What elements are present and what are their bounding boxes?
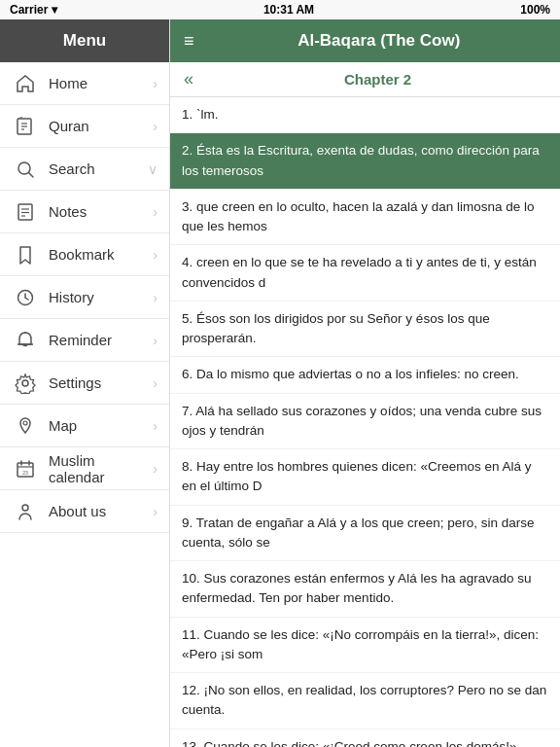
chevron-icon: › bbox=[153, 76, 158, 91]
status-bar: Carrier ▾ 10:31 AM 100% bbox=[0, 0, 560, 19]
verse-item[interactable]: 6. Da lo mismo que adviertas o no a los … bbox=[170, 357, 560, 393]
calendar-icon: 23 bbox=[12, 455, 39, 482]
reminder-icon bbox=[12, 327, 39, 354]
sidebar-item-muslim-calendar[interactable]: 23 Muslim calendar › bbox=[0, 447, 169, 490]
chevron-down-icon: ∨ bbox=[148, 161, 158, 177]
sidebar-item-reminder-label: Reminder bbox=[49, 332, 153, 348]
chevron-icon: › bbox=[153, 333, 158, 348]
sidebar-item-muslim-calendar-label: Muslim calendar bbox=[49, 452, 153, 485]
sidebar-header: Menu bbox=[0, 19, 169, 62]
sidebar-items-list: Home › Quran › bbox=[0, 62, 169, 747]
verse-item[interactable]: 8. Hay entre los hombres quienes dicen: … bbox=[170, 449, 560, 506]
history-icon bbox=[12, 284, 39, 311]
svg-point-20 bbox=[22, 505, 28, 511]
chevron-icon: › bbox=[153, 504, 158, 519]
content-header-title: Al-Baqara (The Cow) bbox=[208, 31, 550, 51]
chevron-icon: › bbox=[153, 204, 158, 220]
verse-item[interactable]: 13. Cuando se les dice: «¡Creed como cre… bbox=[170, 729, 560, 748]
chevron-icon: › bbox=[153, 461, 158, 477]
sidebar-item-reminder[interactable]: Reminder › bbox=[0, 319, 169, 362]
verse-item[interactable]: 1. `lm. bbox=[170, 97, 560, 133]
chapter-header: « Chapter 2 bbox=[170, 62, 560, 97]
verse-item[interactable]: 10. Sus corazones están enfermos y Alá l… bbox=[170, 561, 560, 618]
sidebar-item-settings[interactable]: Settings › bbox=[0, 362, 169, 405]
notes-icon bbox=[12, 198, 39, 226]
time-label: 10:31 AM bbox=[263, 3, 314, 17]
svg-point-13 bbox=[22, 380, 28, 386]
quran-icon bbox=[12, 113, 39, 140]
sidebar-item-quran[interactable]: Quran › bbox=[0, 105, 169, 148]
sidebar-item-map-label: Map bbox=[49, 417, 153, 434]
battery-label: 100% bbox=[520, 3, 550, 17]
chevron-icon: › bbox=[153, 119, 158, 134]
verse-item[interactable]: 12. ¡No son ellos, en realidad, los corr… bbox=[170, 673, 560, 729]
sidebar-item-home[interactable]: Home › bbox=[0, 62, 169, 105]
hamburger-button[interactable]: ≡ bbox=[180, 27, 198, 55]
search-icon bbox=[12, 156, 39, 183]
sidebar-item-bookmark-label: Bookmark bbox=[49, 246, 153, 263]
sidebar-item-search[interactable]: Search ∨ bbox=[0, 148, 169, 191]
sidebar-item-search-label: Search bbox=[49, 160, 148, 177]
about-icon bbox=[12, 498, 39, 525]
chevron-icon: › bbox=[153, 375, 158, 391]
svg-line-5 bbox=[29, 172, 34, 177]
sidebar-item-bookmark[interactable]: Bookmark › bbox=[0, 233, 169, 276]
carrier-label: Carrier ▾ bbox=[10, 3, 57, 17]
settings-icon bbox=[12, 370, 39, 397]
verse-item[interactable]: 7. Alá ha sellado sus corazones y oídos;… bbox=[170, 394, 560, 450]
sidebar-item-map[interactable]: Map › bbox=[0, 405, 169, 447]
verse-item[interactable]: 5. Ésos son los dirigidos por su Señor y… bbox=[170, 302, 560, 358]
content-area: ≡ Al-Baqara (The Cow) « Chapter 2 1. `lm… bbox=[170, 19, 560, 747]
app-container: Menu Home › bbox=[0, 19, 560, 747]
sidebar-item-about-us-label: About us bbox=[49, 503, 153, 519]
content-header: ≡ Al-Baqara (The Cow) bbox=[170, 19, 560, 62]
sidebar-item-history-label: History bbox=[49, 289, 153, 305]
verses-container[interactable]: 1. `lm.2. Ésta es la Escritura, exenta d… bbox=[170, 97, 560, 747]
chevron-icon: › bbox=[153, 290, 158, 305]
svg-text:23: 23 bbox=[22, 470, 28, 476]
verse-item[interactable]: 2. Ésta es la Escritura, exenta de dudas… bbox=[170, 133, 560, 190]
sidebar-item-notes[interactable]: Notes › bbox=[0, 191, 169, 233]
sidebar-item-about-us[interactable]: About us › bbox=[0, 490, 169, 533]
sidebar-item-quran-label: Quran bbox=[49, 118, 153, 134]
sidebar-title: Menu bbox=[63, 31, 106, 51]
verse-item[interactable]: 3. que creen en lo oculto, hacen la azal… bbox=[170, 190, 560, 246]
chevron-icon: › bbox=[153, 418, 158, 434]
map-icon bbox=[12, 412, 39, 440]
chevron-icon: › bbox=[153, 247, 158, 263]
bookmark-icon bbox=[12, 241, 39, 268]
verse-item[interactable]: 9. Tratan de engañar a Alá y a los que c… bbox=[170, 506, 560, 562]
sidebar-item-settings-label: Settings bbox=[49, 374, 153, 391]
sidebar-item-history[interactable]: History › bbox=[0, 276, 169, 319]
verse-item[interactable]: 4. creen en lo que se te ha revelado a t… bbox=[170, 245, 560, 302]
sidebar-item-home-label: Home bbox=[49, 75, 153, 91]
sidebar-item-notes-label: Notes bbox=[49, 203, 153, 220]
chapter-title: Chapter 2 bbox=[205, 71, 550, 88]
sidebar: Menu Home › bbox=[0, 19, 170, 747]
back-button[interactable]: « bbox=[180, 65, 197, 93]
verse-item[interactable]: 11. Cuando se les dice: «¡No corrompáis … bbox=[170, 618, 560, 674]
svg-point-14 bbox=[23, 421, 27, 425]
home-icon bbox=[12, 70, 39, 97]
